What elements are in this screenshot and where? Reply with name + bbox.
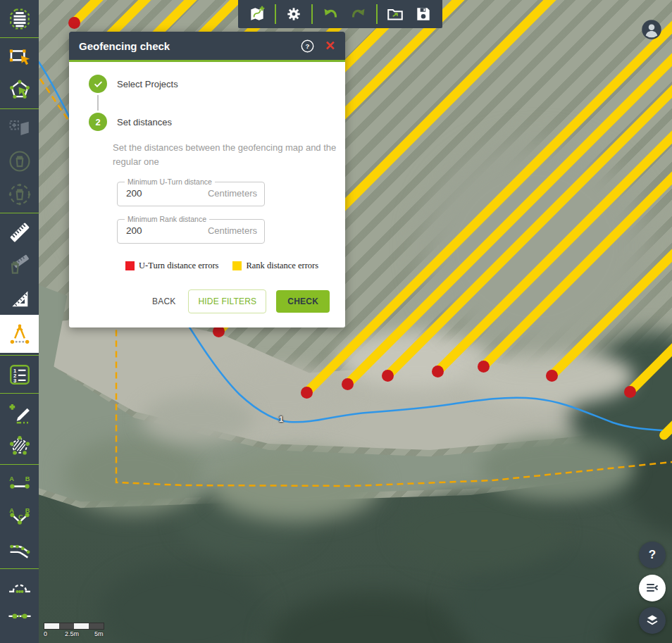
scale-bar-segments (44, 623, 104, 630)
step-label: Select Projects (117, 79, 178, 89)
dialog-body: Select Projects 2 Set distances Set the … (69, 62, 345, 327)
check-button[interactable]: CHECK (276, 290, 330, 313)
tool-group (0, 37, 39, 108)
scale-label-0: 0 (44, 630, 47, 637)
dialog-title: Geofencing check (79, 40, 300, 52)
save-icon[interactable] (413, 4, 434, 25)
new-map-icon[interactable] (247, 4, 268, 25)
toolbar-separator (311, 4, 313, 24)
scale-label-max: 5m (94, 630, 104, 637)
line-ab-tool-icon[interactable]: AB (0, 467, 39, 500)
delete-selection-tool-icon[interactable] (0, 144, 39, 177)
rank-distance-field: Minimum Rank distance Centimeters (117, 215, 265, 244)
help-icon[interactable]: ? (300, 39, 315, 54)
select-rectangle-tool-icon[interactable] (0, 40, 39, 73)
rank-distance-label: Minimum Rank distance (125, 215, 209, 223)
toolbar-separator (275, 4, 276, 24)
settings-icon[interactable] (283, 4, 304, 25)
dialog-description: Set the distances between the geofencing… (113, 141, 345, 169)
dialog-actions: BACK HIDE FILTERS CHECK (85, 289, 330, 313)
toolbar-separator (376, 4, 378, 24)
tool-group (0, 568, 39, 639)
legend-color-swatch (125, 261, 135, 270)
rank-list-tool-icon[interactable]: 123 (0, 358, 39, 391)
uturn-distance-unit: Centimeters (208, 188, 257, 199)
undo-icon[interactable] (320, 4, 341, 25)
dialog-header: Geofencing check ? ✕ (69, 32, 345, 62)
uturn-distance-field: Minimum U-Turn distance Centimeters (117, 177, 265, 206)
error-legend: U-Turn distance errorsRank distance erro… (125, 261, 330, 271)
measure-ruler-tool-icon[interactable] (0, 216, 39, 249)
redo-icon[interactable] (348, 4, 369, 25)
step-select-projects[interactable]: Select Projects (89, 75, 330, 93)
uturn-distance-input[interactable] (125, 187, 177, 199)
add-feature-tool-icon[interactable] (0, 111, 39, 144)
legend-item: Rank distance errors (232, 261, 318, 271)
legend-label: Rank distance errors (246, 261, 318, 271)
legend-color-swatch (232, 261, 242, 270)
svg-text:3: 3 (13, 377, 16, 383)
rank-distance-input[interactable] (125, 225, 177, 237)
svg-text:?: ? (305, 42, 309, 50)
help-fab-button[interactable]: ? (639, 542, 666, 568)
arc-segment-tool-icon[interactable] (0, 571, 39, 604)
step-connector (97, 95, 99, 111)
tool-group (0, 108, 39, 213)
svg-text:B: B (25, 506, 30, 513)
legend-item: U-Turn distance errors (125, 261, 218, 271)
waypoint-line-tool-icon[interactable] (0, 604, 39, 637)
angle-acb-tool-icon[interactable]: ABC (0, 500, 39, 533)
close-icon[interactable]: ✕ (325, 39, 335, 52)
step-done-check-icon (89, 75, 107, 93)
tool-group (0, 0, 39, 37)
field-rows-tool-icon[interactable] (0, 2, 39, 35)
set-square-tool-icon[interactable] (0, 282, 39, 315)
step-set-distances[interactable]: 2 Set distances (89, 113, 330, 131)
step-label: Set distances (117, 117, 172, 127)
svg-text:A: A (9, 475, 14, 482)
uturn-distance-label: Minimum U-Turn distance (125, 177, 215, 186)
legend-label: U-Turn distance errors (139, 261, 218, 271)
user-avatar[interactable] (641, 19, 662, 40)
tool-group: ABABC (0, 464, 39, 568)
tool-group (0, 393, 39, 464)
open-project-icon[interactable] (385, 4, 406, 25)
back-button[interactable]: BACK (149, 290, 178, 313)
scale-label-mid: 2.5m (65, 630, 79, 637)
draw-annotation-tool-icon[interactable] (0, 396, 39, 429)
geofencing-check-dialog: Geofencing check ? ✕ Select Projects 2 S… (69, 32, 345, 327)
delete-points-tool-icon[interactable] (0, 177, 39, 211)
rank-distance-unit: Centimeters (208, 225, 257, 236)
hide-filters-button[interactable]: HIDE FILTERS (188, 289, 266, 313)
step-number-badge: 2 (89, 113, 107, 131)
layers-fab-button[interactable] (639, 607, 666, 634)
draw-polygon-hatch-tool-icon[interactable] (0, 429, 39, 462)
tool-group (0, 213, 39, 355)
compass-tool-icon[interactable] (0, 315, 39, 353)
select-polygon-tool-icon[interactable] (0, 73, 39, 106)
svg-text:A: A (9, 506, 14, 513)
collapse-menu-fab-button[interactable] (639, 575, 666, 601)
top-toolbar (238, 0, 442, 28)
tool-group: 123 (0, 355, 39, 393)
svg-text:B: B (25, 475, 30, 482)
delete-measure-tool-icon[interactable] (0, 249, 39, 282)
map-scale-bar: 0 2.5m 5m (44, 623, 107, 638)
tool-sidebar: 123ABABC (0, 0, 39, 643)
offset-lines-tool-icon[interactable] (0, 533, 39, 566)
stream-label: 1 (279, 415, 283, 423)
